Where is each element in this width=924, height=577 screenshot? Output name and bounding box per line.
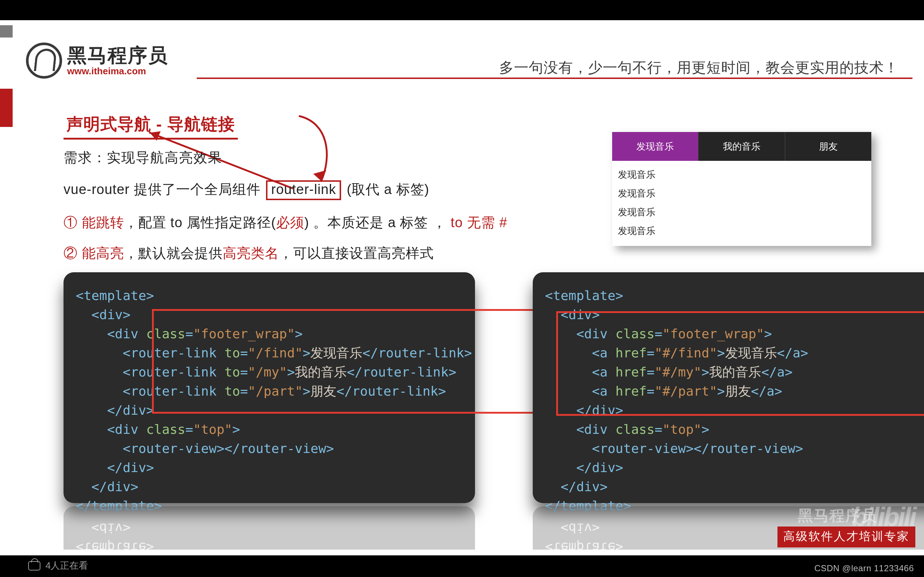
tab-friends[interactable]: 朋友 xyxy=(785,132,871,161)
video-letterbox-bottom: 4人正在看 CSDN @learn 11233466 xyxy=(0,555,924,577)
csdn-watermark: CSDN @learn 11233466 xyxy=(814,563,914,574)
text: vue-router 提供了一个全局组件 xyxy=(63,182,265,197)
deco-gray-block xyxy=(0,25,13,37)
list-item: 发现音乐 xyxy=(618,165,866,184)
slide-content: 黑马程序员 www.itheima.com 多一句没有，少一句不行，用更短时间，… xyxy=(0,20,924,557)
list-item: 发现音乐 xyxy=(618,221,866,240)
text: ，可以直接设置高亮样式 xyxy=(279,246,434,261)
explain-line: vue-router 提供了一个全局组件 router-link (取代 a 标… xyxy=(63,180,429,200)
num: ① xyxy=(63,215,82,230)
code-block-router-link: <template> <div> <div class="footer_wrap… xyxy=(63,272,475,503)
num: ② xyxy=(63,246,82,261)
watermark-tagline: 高级软件人才培训专家 xyxy=(777,527,915,548)
tab-my[interactable]: 我的音乐 xyxy=(699,132,785,161)
list-item: 发现音乐 xyxy=(618,184,866,203)
em: 必须 xyxy=(276,215,304,230)
label: 需求： xyxy=(63,150,107,165)
text: ，默认就会提供 xyxy=(124,246,223,261)
slide-title: 声明式导航 - 导航链接 xyxy=(63,113,238,140)
brand-name: 黑马程序员 xyxy=(67,45,168,65)
tab-discover[interactable]: 发现音乐 xyxy=(612,132,699,161)
people-icon xyxy=(28,561,40,571)
em: 能高亮 xyxy=(82,246,124,261)
code-block-anchor: <template> <div> <div class="footer_wrap… xyxy=(533,272,924,503)
code-reflection: <template> <div> xyxy=(63,506,475,550)
video-letterbox-top xyxy=(0,0,924,20)
router-link-box: router-link xyxy=(266,180,341,200)
viewer-text: 4人正在看 xyxy=(45,559,88,572)
preview-list: 发现音乐 发现音乐 发现音乐 发现音乐 xyxy=(612,161,871,240)
deco-red-block xyxy=(0,89,13,127)
tab-bar: 发现音乐 我的音乐 朋友 xyxy=(612,132,871,161)
em: 能跳转 xyxy=(82,215,124,230)
bullet-1: ① 能跳转，配置 to 属性指定路径(必须) 。本质还是 a 标签 ， to 无… xyxy=(63,213,507,232)
text: ) 。本质还是 a 标签 ， xyxy=(304,215,451,230)
svg-marker-2 xyxy=(313,170,326,181)
text: (取代 a 标签) xyxy=(342,182,429,197)
horse-icon xyxy=(26,43,62,79)
ui-preview: 发现音乐 我的音乐 朋友 发现音乐 发现音乐 发现音乐 发现音乐 xyxy=(612,132,871,246)
brand-logo: 黑马程序员 www.itheima.com xyxy=(26,43,168,79)
requirement-line: 需求：实现导航高亮效果 xyxy=(63,148,222,167)
list-item: 发现音乐 xyxy=(618,203,866,221)
text: 实现导航高亮效果 xyxy=(107,150,222,165)
em: to 无需 # xyxy=(451,215,507,230)
text: ，配置 to 属性指定路径( xyxy=(124,215,276,230)
bullet-2: ② 能高亮，默认就会提供高亮类名，可以直接设置高亮样式 xyxy=(63,244,434,263)
em: 高亮类名 xyxy=(223,246,279,261)
slogan-text: 多一句没有，少一句不行，用更短时间，教会更实用的技术！ xyxy=(499,58,899,77)
live-viewer-count: 4人正在看 xyxy=(28,559,88,572)
brand-url: www.itheima.com xyxy=(67,66,168,76)
header-separator xyxy=(197,77,913,79)
